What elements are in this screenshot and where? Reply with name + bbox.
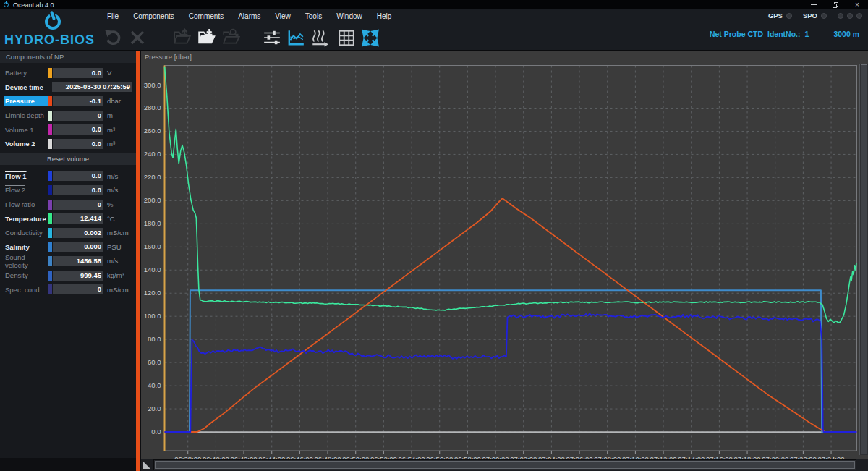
component-value-conductivity[interactable]: 0.002 — [53, 228, 103, 238]
component-row-volume-1[interactable]: Volume 10.0m³ — [0, 122, 136, 137]
sidebar-rows-top: Battery0.0VDevice time2025-03-30 07:25:5… — [0, 63, 136, 151]
close-button[interactable]: × — [846, 0, 868, 9]
component-row-temperature[interactable]: Temperature12.414°C — [0, 211, 136, 226]
component-unit-flow-2: m/s — [107, 186, 118, 194]
app-power-icon — [3, 1, 9, 8]
component-row-spec-cond[interactable]: Spec. cond.0mS/cm — [0, 282, 136, 297]
y-axis-label: 20.0 — [148, 404, 161, 412]
y-axis-label: 40.0 — [148, 381, 161, 389]
menu-comments[interactable]: Comments — [187, 11, 226, 22]
component-row-flow-ratio[interactable]: Flow ratio0% — [0, 198, 136, 212]
menu-window[interactable]: Window — [334, 11, 365, 22]
component-label-conductivity: Conductivity — [4, 228, 48, 237]
component-value-volume-1[interactable]: 0.0 — [53, 124, 103, 135]
brand-power-icon — [43, 12, 62, 31]
component-label-flow-2: Flow 2 — [4, 185, 48, 195]
status-dot-3 — [856, 13, 862, 19]
component-unit-spec-cond: mS/cm — [107, 286, 129, 294]
series-steelblue-limit — [165, 290, 857, 432]
preview-data-button[interactable] — [222, 28, 241, 47]
scroll-corner-triangle-icon — [143, 462, 150, 469]
y-axis-label: 240.0 — [144, 150, 161, 158]
delete-icon — [129, 29, 146, 46]
vertical-scroll-thumb[interactable] — [861, 64, 867, 454]
component-label-battery: Battery — [4, 68, 48, 77]
chart-horizontal-scrollbar[interactable] — [141, 459, 868, 471]
chart-vertical-scrollbar[interactable] — [859, 64, 868, 455]
panel-splitter[interactable] — [136, 51, 140, 471]
toolbar — [103, 25, 380, 50]
component-row-conductivity[interactable]: Conductivity0.002mS/cm — [0, 226, 136, 240]
menu-alarms[interactable]: Alarms — [236, 11, 263, 22]
component-label-volume-2: Volume 2 — [4, 139, 48, 148]
series-color-swatch-device-time — [48, 82, 51, 92]
component-value-temperature[interactable]: 12.414 — [53, 213, 103, 224]
probe-depth-rating: 3000 m — [833, 30, 859, 38]
component-value-salinity[interactable]: 0.000 — [53, 242, 103, 252]
restore-icon — [833, 2, 838, 8]
menu-help[interactable]: Help — [375, 11, 394, 22]
profile-chart-icon — [310, 28, 329, 47]
app-header: HYDRO-BIOS FileComponentsCommentsAlarmsV… — [0, 9, 868, 51]
y-axis-label: 60.0 — [148, 358, 161, 366]
export-folder-icon — [173, 28, 192, 47]
undo-icon — [103, 28, 122, 47]
component-row-device-time[interactable]: Device time2025-03-30 07:25:59 — [0, 80, 136, 95]
restore-button[interactable] — [825, 0, 846, 9]
undo-button[interactable] — [103, 28, 122, 47]
menu-tools[interactable]: Tools — [303, 11, 324, 22]
export-data-button[interactable] — [173, 28, 192, 47]
component-row-limnic-depth[interactable]: Limnic depth0m — [0, 109, 136, 123]
table-view-button[interactable] — [337, 28, 356, 47]
import-data-button[interactable] — [197, 28, 216, 47]
sidebar-rows-bottom: Flow 10.0m/sFlow 20.0m/sFlow ratio0%Temp… — [0, 166, 136, 297]
reset-volume-button[interactable]: Reset volume — [0, 153, 136, 165]
component-value-flow-ratio[interactable]: 0 — [53, 200, 103, 210]
series-color-swatch-spec-cond — [48, 284, 52, 294]
component-row-flow-1[interactable]: Flow 10.0m/s — [0, 169, 136, 184]
horizontal-scroll-thumb[interactable] — [155, 461, 855, 469]
plot-border — [165, 66, 857, 451]
component-value-device-time[interactable]: 2025-03-30 07:25:59 — [52, 82, 132, 92]
pressure-time-chart[interactable]: 0.020.040.060.080.0100.0120.0140.0160.01… — [141, 51, 868, 471]
delete-button[interactable] — [128, 28, 147, 47]
component-value-spec-cond[interactable]: 0 — [53, 284, 103, 294]
app-title: OceanLab 4.0 — [13, 1, 54, 9]
menu-view[interactable]: View — [273, 11, 293, 22]
component-value-flow-1[interactable]: 0.0 — [53, 171, 103, 181]
minimize-button[interactable] — [803, 0, 825, 9]
component-value-flow-2[interactable]: 0.0 — [53, 185, 103, 195]
component-row-volume-2[interactable]: Volume 20.0m³ — [0, 137, 136, 151]
component-value-battery[interactable]: 0.0 — [53, 68, 103, 78]
y-axis-label: 260.0 — [144, 127, 161, 135]
component-row-battery[interactable]: Battery0.0V — [0, 66, 136, 80]
probe-ident-value: 1 — [805, 30, 809, 38]
horizontal-scroll-track[interactable] — [153, 459, 856, 470]
component-value-volume-2[interactable]: 0.0 — [53, 139, 103, 149]
component-unit-volume-1: m³ — [107, 126, 115, 134]
component-row-pressure[interactable]: Pressure-0.1dbar — [0, 94, 136, 109]
component-label-sound-velocity: Sound velocity — [4, 253, 48, 270]
menu-components[interactable]: Components — [131, 11, 176, 22]
graph-view-button[interactable] — [286, 28, 305, 47]
y-axis-label: 200.0 — [144, 196, 161, 204]
profile-view-button[interactable] — [310, 28, 329, 47]
menu-file[interactable]: File — [105, 11, 121, 22]
component-label-flow-ratio: Flow ratio — [4, 200, 48, 209]
display-settings-button[interactable] — [263, 28, 281, 47]
brand-name: HYDRO-BIOS — [4, 33, 101, 48]
fullscreen-button[interactable] — [361, 28, 380, 47]
probe-info: Net Probe CTD IdentNo.: 1 3000 m — [705, 30, 859, 38]
component-value-sound-velocity[interactable]: 1456.58 — [53, 256, 103, 266]
component-value-pressure[interactable]: -0.1 — [53, 96, 103, 106]
gps-label: GPS — [768, 12, 783, 20]
series-color-swatch-flow-1 — [48, 171, 52, 181]
component-label-limnic-depth: Limnic depth — [4, 111, 48, 120]
component-row-flow-2[interactable]: Flow 20.0m/s — [0, 183, 136, 198]
component-row-sound-velocity[interactable]: Sound velocity1456.58m/s — [0, 254, 136, 268]
oceanlab-app: { "window": { "title": "OceanLab 4.0" },… — [0, 0, 868, 471]
component-row-density[interactable]: Density999.45kg/m³ — [0, 268, 136, 283]
component-value-density[interactable]: 999.45 — [53, 271, 103, 281]
component-value-limnic-depth[interactable]: 0 — [53, 111, 103, 121]
component-unit-flow-ratio: % — [107, 200, 113, 208]
